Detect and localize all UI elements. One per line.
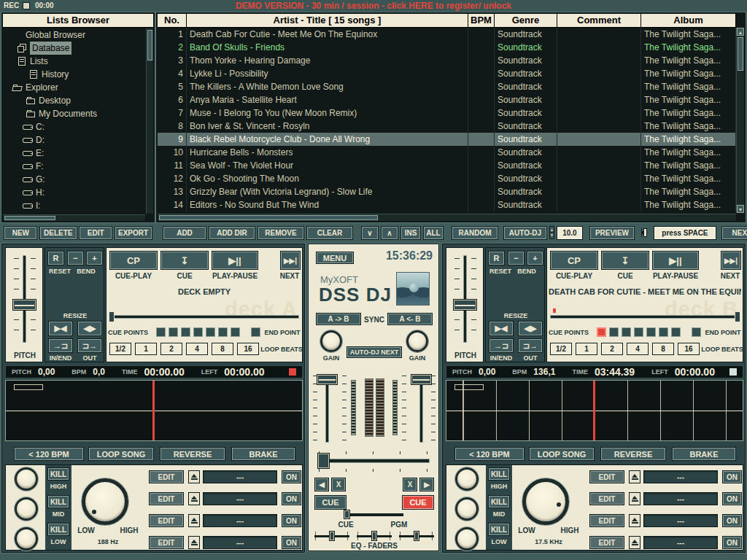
loop-out-icon[interactable]: ⊐→ [518, 338, 543, 353]
table-row[interactable]: 12Ok Go - Shooting The MoonSoundtrackThe… [158, 172, 736, 185]
insert-button[interactable]: INS [401, 227, 420, 239]
move-up-button[interactable]: ∧ [382, 227, 398, 239]
waveform-display[interactable] [5, 380, 303, 441]
cue-button[interactable]: ↧ [601, 251, 649, 270]
scrollbar-thumb[interactable] [738, 37, 743, 71]
table-row[interactable]: 9Black Rebel Motorcycle Club - Done All … [158, 133, 736, 146]
position-slider-track[interactable] [550, 315, 740, 319]
menu-button[interactable]: MENU [316, 252, 354, 264]
filter-knob[interactable] [82, 478, 128, 525]
tree-item-global-browser[interactable]: Global Browser [4, 28, 145, 42]
fx-edit-button[interactable]: EDIT [589, 470, 624, 483]
pitch-reset-button[interactable]: R [488, 251, 505, 265]
kill-mid-button[interactable]: KILL [488, 495, 510, 508]
fx-edit-button[interactable]: EDIT [149, 470, 184, 483]
gain-a-knob[interactable] [320, 330, 342, 352]
kill-high-button[interactable]: KILL [488, 467, 510, 481]
eq-mid-knob[interactable] [15, 497, 38, 521]
reverse-button[interactable]: REVERSE [160, 447, 225, 461]
scrollbar-thumb[interactable] [4, 216, 55, 220]
resize-in-icon[interactable]: ▶◀ [489, 321, 514, 336]
new-button[interactable]: NEW [4, 227, 36, 239]
fx-slot-display[interactable]: --- [203, 536, 277, 549]
export-button[interactable]: EXPORT [115, 227, 152, 239]
table-row[interactable]: 2Band Of Skulls - FriendsSoundtrackThe T… [158, 41, 736, 54]
resize-out-icon[interactable]: ◀▶ [518, 321, 543, 336]
auto-dj-button[interactable]: AUTO-DJ [504, 227, 546, 239]
fx-on-button[interactable]: ON [722, 492, 742, 505]
clear-button[interactable]: CLEAR [307, 227, 352, 239]
fx-on-button[interactable]: ON [722, 536, 742, 549]
column-header-artist[interactable]: Artist - Title [ 15 songs ] [187, 14, 468, 28]
cue-point-6[interactable] [659, 327, 668, 337]
slider-handle[interactable] [643, 228, 647, 237]
position-slider-track[interactable] [109, 315, 299, 319]
sync-a-from-b-button[interactable]: A <- B [387, 313, 433, 325]
channel-a-fader-handle[interactable] [317, 374, 338, 385]
monitor-right-icon[interactable]: ▶ [419, 478, 434, 491]
resize-out-icon[interactable]: ◀▶ [77, 321, 102, 336]
kill-low-button[interactable]: KILL [47, 523, 69, 536]
cue-point-2[interactable] [609, 327, 619, 337]
crossfader-handle[interactable] [317, 453, 330, 469]
play-pause-button[interactable]: ▶|| [212, 251, 258, 270]
table-row[interactable]: 14Editors - No Sound But The WindSoundtr… [158, 198, 736, 211]
loop-beats-1-2[interactable]: 1/2 [109, 343, 131, 355]
delete-button[interactable]: DELETE [40, 227, 77, 239]
cue-pgm-slider-track[interactable] [345, 513, 403, 516]
playlist-horizontal-scrollbar[interactable] [158, 214, 736, 221]
loop-beats-1-2[interactable]: 1/2 [550, 343, 572, 355]
loop-beats-16[interactable]: 16 [237, 343, 259, 355]
sync-a-to-b-button[interactable]: A -> B [316, 313, 361, 325]
next-track-button[interactable]: ▶▶| [280, 251, 301, 270]
loop-beats-16[interactable]: 16 [678, 343, 700, 355]
loop-beats-4[interactable]: 4 [186, 343, 208, 355]
scroll-down-icon[interactable]: ▼ [737, 205, 744, 213]
loop-beats-8[interactable]: 8 [212, 343, 233, 355]
move-down-button[interactable]: ∨ [362, 227, 378, 239]
eq-fader-mid[interactable] [357, 530, 392, 542]
tree-item-e[interactable]: E: [4, 147, 145, 160]
resize-in-icon[interactable]: ▶◀ [48, 321, 73, 336]
fx-on-button[interactable]: ON [722, 470, 742, 483]
fx-slot-display[interactable]: --- [643, 470, 718, 483]
scrollbar-thumb[interactable] [159, 215, 378, 220]
demo-banner[interactable]: DEMO VERSION - 30 min / session - click … [0, 1, 747, 11]
preview-button[interactable]: PREVIEW [590, 227, 634, 239]
cue-point-4[interactable] [193, 327, 203, 337]
reverse-button[interactable]: REVERSE [600, 447, 666, 461]
loop-song-button[interactable]: LOOP SONG [88, 447, 154, 461]
column-header-bpm[interactable]: BPM [468, 14, 495, 28]
cue-point-5[interactable] [646, 327, 656, 337]
cue-point-3[interactable] [181, 327, 190, 337]
eject-icon[interactable] [629, 514, 640, 527]
eject-icon[interactable] [188, 514, 200, 527]
table-row[interactable]: 11Sea Wolf - The Violet HourSoundtrackTh… [158, 159, 736, 172]
cue-play-button[interactable]: CP [550, 251, 598, 270]
bend-minus-button[interactable]: − [67, 251, 84, 265]
crossfader-track[interactable] [319, 459, 430, 463]
press-space-display[interactable]: press SPACE [654, 227, 716, 239]
fx-on-button[interactable]: ON [282, 470, 301, 483]
end-point-square[interactable] [692, 327, 701, 337]
spin-up-icon[interactable]: ▲ [550, 227, 554, 233]
table-row[interactable]: 5The Killers - A White Demon Love SongSo… [158, 80, 736, 93]
bend-plus-button[interactable]: + [86, 251, 103, 265]
pitch-slider-handle[interactable] [12, 299, 36, 311]
table-row[interactable]: 7Muse - I Belong To You (New Moon Remix)… [158, 106, 736, 120]
fx-on-button[interactable]: ON [722, 514, 742, 527]
fx-slot-display[interactable]: --- [643, 492, 718, 505]
fx-slot-display[interactable]: --- [203, 492, 277, 505]
fx-slot-display[interactable]: --- [643, 536, 718, 549]
playlist-vertical-scrollbar[interactable]: ▲ ▼ [736, 28, 744, 213]
fx-slot-display[interactable]: --- [203, 470, 277, 483]
tree-item-my-documents[interactable]: My Documents [4, 107, 145, 120]
cue-play-button[interactable]: CP [109, 251, 158, 270]
tree-item-f[interactable]: F: [4, 160, 145, 173]
fx-edit-button[interactable]: EDIT [589, 492, 624, 505]
loop-song-button[interactable]: LOOP SONG [529, 447, 595, 461]
position-slider-handle[interactable] [109, 311, 115, 322]
loop-beats-1[interactable]: 1 [576, 343, 597, 355]
cue-point-1[interactable] [156, 327, 166, 337]
cue-a-button[interactable]: CUE [314, 495, 347, 510]
